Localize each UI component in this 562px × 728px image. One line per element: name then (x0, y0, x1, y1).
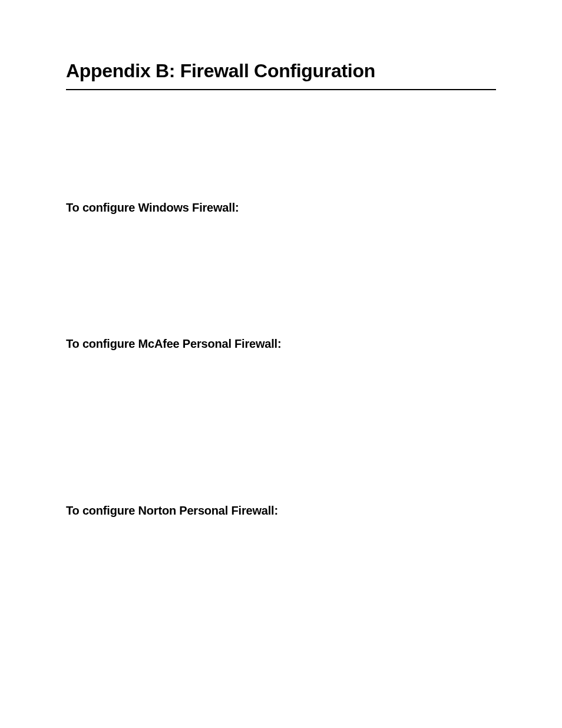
page-title: Appendix B: Firewall Configuration (66, 60, 496, 90)
section-heading-mcafee: To configure McAfee Personal Firewall: (66, 337, 496, 351)
section-heading-windows: To configure Windows Firewall: (66, 201, 496, 215)
section-heading-norton: To configure Norton Personal Firewall: (66, 504, 496, 518)
